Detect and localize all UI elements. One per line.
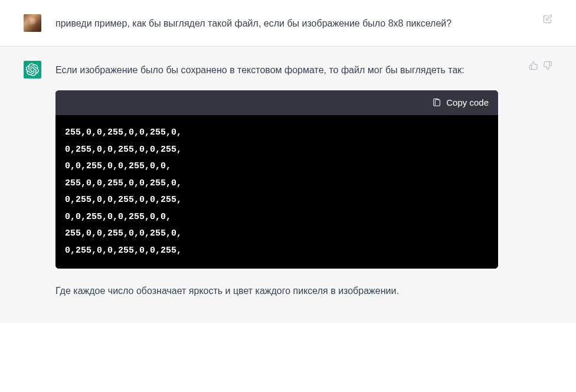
code-line: 0,255,0,0,255,0,0,255, — [65, 142, 489, 159]
edit-icon[interactable] — [543, 14, 552, 24]
code-line: 255,0,0,255,0,0,255,0, — [65, 125, 489, 142]
assistant-message-block: Если изображение было бы сохранено в тек… — [0, 47, 576, 323]
code-content: 255,0,0,255,0,0,255,0, 0,255,0,0,255,0,0… — [55, 115, 498, 269]
user-message-actions — [543, 14, 552, 24]
thumbs-up-icon[interactable] — [529, 61, 538, 70]
code-block: Copy code 255,0,0,255,0,0,255,0, 0,255,0… — [55, 90, 498, 269]
svg-rect-0 — [436, 100, 440, 106]
code-line: 0,0,255,0,0,255,0,0, — [65, 209, 489, 226]
code-line: 0,255,0,0,255,0,0,255, — [65, 243, 489, 260]
copy-code-label: Copy code — [446, 95, 489, 110]
code-line: 255,0,0,255,0,0,255,0, — [65, 226, 489, 243]
user-message-block: приведи пример, как бы выглядел такой фа… — [0, 0, 576, 47]
assistant-avatar — [24, 61, 41, 79]
clipboard-icon — [432, 98, 441, 107]
user-message-content: приведи пример, как бы выглядел такой фа… — [55, 14, 498, 32]
code-line: 255,0,0,255,0,0,255,0, — [65, 175, 489, 192]
thumbs-down-icon[interactable] — [543, 61, 552, 70]
openai-logo-icon — [26, 63, 39, 76]
code-line: 0,0,255,0,0,255,0,0, — [65, 158, 489, 175]
copy-code-button[interactable]: Copy code — [432, 95, 489, 110]
user-avatar — [24, 14, 41, 32]
assistant-message-actions — [529, 61, 552, 70]
user-message-text: приведи пример, как бы выглядел такой фа… — [55, 15, 498, 32]
assistant-message-content: Если изображение было бы сохранено в тек… — [55, 61, 498, 299]
code-header: Copy code — [55, 90, 498, 115]
assistant-outro-text: Где каждое число обозначает яркость и цв… — [55, 283, 498, 299]
assistant-intro-text: Если изображение было бы сохранено в тек… — [55, 62, 498, 79]
code-line: 0,255,0,0,255,0,0,255, — [65, 192, 489, 209]
